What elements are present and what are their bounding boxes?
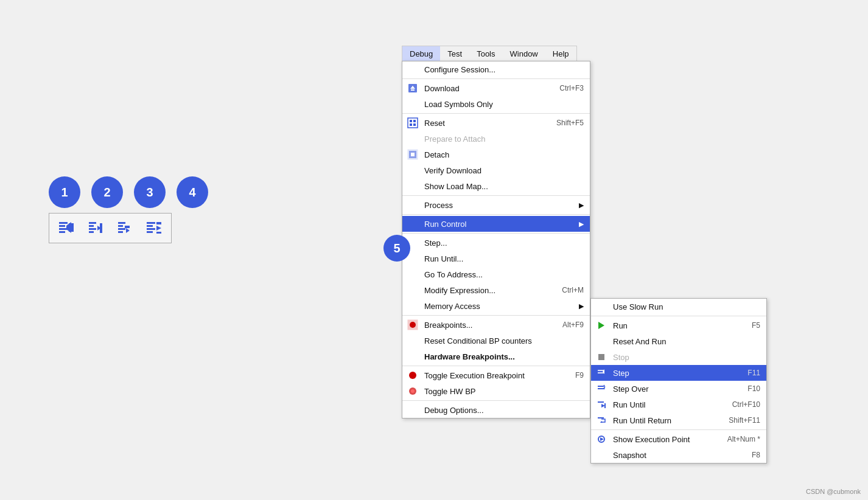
submenu-stop: Stop [591,349,766,365]
menu-process[interactable]: Process ▶ [402,197,590,213]
show-load-map-label: Show Load Map... [424,182,488,191]
load-symbols-label: Load Symbols Only [424,100,493,109]
prepare-attach-label: Prepare to Attach [424,134,485,144]
submenu-run-until[interactable]: Run Until Ctrl+F10 [591,397,766,412]
menu-modify-expression[interactable]: Modify Expression... Ctrl+M [402,282,590,298]
submenu-run-until-return[interactable]: Run Until Return Shift+F11 [591,412,766,428]
svg-rect-41 [598,386,604,387]
circle-3[interactable]: 3 [134,176,166,208]
menu-breakpoints[interactable]: Breakpoints... Alt+F9 [402,317,590,333]
svg-rect-24 [410,120,412,122]
reset-label: Reset [424,119,445,128]
download-shortcut: Ctrl+F3 [559,84,584,92]
menu-run-until[interactable]: Run Until... [402,251,590,266]
menu-reset-conditional[interactable]: Reset Conditional BP counters [402,333,590,349]
submenu-run-control: Use Slow Run Run F5 Reset And Run Stop [590,298,767,464]
breakpoints-shortcut: Alt+F9 [562,321,584,329]
submenu-step[interactable]: Step F11 [591,365,766,381]
svg-rect-16 [147,225,153,227]
separator-8 [402,400,590,401]
toolbar-icon-3[interactable] [115,218,135,238]
menu-debug[interactable]: Debug [402,46,440,61]
submenu-snapshot[interactable]: Snapshot F8 [591,447,766,463]
use-slow-run-label: Use Slow Run [613,302,663,311]
separator-1 [402,78,590,79]
run-until-return-shortcut: Shift+F11 [729,416,760,425]
svg-rect-13 [118,228,125,230]
menu-load-symbols[interactable]: Load Symbols Only [402,96,590,112]
step-inner-label: Step [613,369,629,378]
hardware-breakpoints-label: Hardware Breakpoints... [424,352,515,361]
menu-detach[interactable]: Detach [402,147,590,162]
svg-rect-1 [59,225,65,227]
show-exec-point-shortcut: Alt+Num * [727,435,760,443]
download-label: Download [424,84,460,93]
run-control-label: Run Control [424,220,466,229]
toolbar-icon-4[interactable] [144,218,164,238]
svg-marker-50 [600,437,604,441]
show-exec-point-label: Show Execution Point [613,435,690,444]
circle-2[interactable]: 2 [91,176,123,208]
submenu-show-exec-point[interactable]: Show Execution Point Alt+Num * [591,431,766,447]
toggle-exec-bp-shortcut: F9 [575,371,584,380]
memory-access-label: Memory Access [424,302,480,311]
circle-4[interactable]: 4 [177,176,208,208]
menu-help[interactable]: Help [545,46,576,61]
toggle-hw-bp-label: Toggle HW BP [424,387,476,396]
svg-rect-37 [598,354,604,360]
menu-tools[interactable]: Tools [469,46,502,61]
process-label: Process [424,201,453,210]
menu-go-to-address[interactable]: Go To Address... [402,266,590,282]
menu-toggle-exec-bp[interactable]: Toggle Execution Breakpoint F9 [402,367,590,383]
separator-3 [402,195,590,196]
svg-rect-14 [118,231,123,233]
detach-label: Detach [424,150,449,159]
step-over-icon [595,382,608,395]
memory-access-arrow: ▶ [579,302,584,310]
svg-rect-27 [413,123,416,126]
svg-rect-46 [604,403,606,408]
run-until-label: Run Until... [424,254,463,263]
menu-run-control[interactable]: Run Control ▶ [402,216,590,232]
menu-configure-session[interactable]: Configure Session... [402,61,590,77]
menu-verify-download[interactable]: Verify Download [402,162,590,178]
snapshot-label: Snapshot [613,451,646,460]
svg-marker-36 [598,322,604,329]
submenu-run[interactable]: Run F5 [591,318,766,333]
debug-options-label: Debug Options... [424,406,484,415]
submenu-reset-and-run[interactable]: Reset And Run [591,333,766,349]
toolbar-box [49,213,172,243]
svg-rect-9 [89,231,94,233]
separator-4 [402,214,590,215]
menu-window[interactable]: Window [503,46,545,61]
toolbar-icon-2[interactable] [86,218,105,238]
menubar: Debug Test Tools Window Help [402,46,577,62]
svg-rect-0 [59,222,68,224]
run-until-inner-label: Run Until [613,400,645,409]
menu-step[interactable]: Step... [402,235,590,251]
modify-expression-label: Modify Expression... [424,286,495,295]
run-until-shortcut: Ctrl+F10 [732,400,760,409]
svg-rect-15 [147,222,155,224]
menu-memory-access[interactable]: Memory Access ▶ [402,298,590,314]
svg-rect-44 [598,401,604,403]
toggle-hw-bp-icon [406,384,419,398]
menu-prepare-attach: Prepare to Attach [402,131,590,147]
submenu-step-over[interactable]: Step Over F10 [591,381,766,397]
submenu-use-slow-run[interactable]: Use Slow Run [591,299,766,314]
menu-show-load-map[interactable]: Show Load Map... [402,178,590,194]
breakpoints-icon [406,318,419,332]
toolbar-icon-1[interactable] [57,218,76,238]
menu-download[interactable]: Download Ctrl+F3 [402,80,590,96]
circle-1[interactable]: 1 [49,176,80,208]
svg-rect-2 [59,228,68,230]
menu-toggle-hw-bp[interactable]: Toggle HW BP [402,383,590,399]
svg-rect-17 [147,228,155,230]
menu-hardware-breakpoints[interactable]: Hardware Breakpoints... [402,349,590,364]
menu-test[interactable]: Test [440,46,469,61]
menu-debug-options[interactable]: Debug Options... [402,402,590,418]
run-until-return-label: Run Until Return [613,416,671,425]
separator-7 [402,366,590,366]
separator-2 [402,113,590,114]
menu-reset[interactable]: Reset Shift+F5 [402,115,590,131]
